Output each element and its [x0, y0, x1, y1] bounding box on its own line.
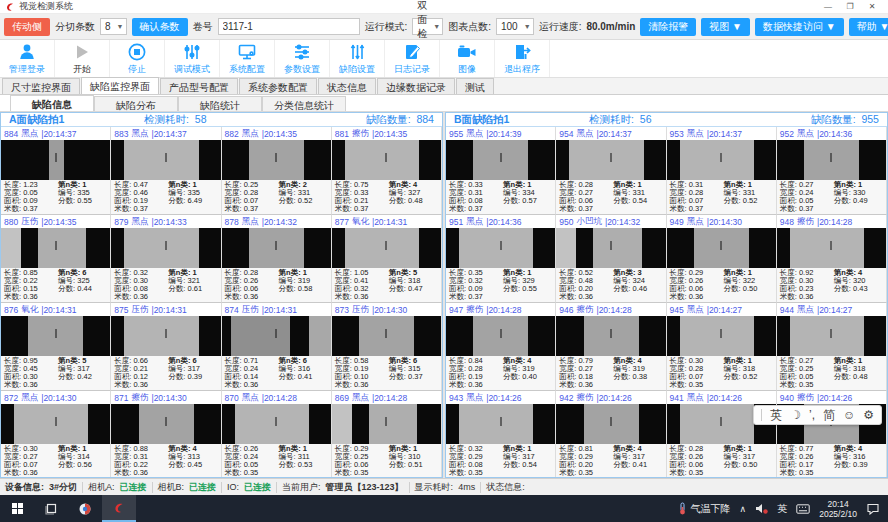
maximize-icon[interactable]: ❐	[839, 2, 861, 11]
defect-image[interactable]	[556, 316, 665, 356]
defect-image[interactable]	[222, 140, 331, 180]
defect-image[interactable]	[446, 404, 555, 444]
defect-image[interactable]	[446, 140, 555, 180]
defect-card[interactable]: 874压伤|20:14:31长度: 0.71宽度: 0.24面积: 0.14米数…	[222, 303, 332, 391]
defect-card[interactable]: 946擦伤|20:14:28长度: 0.79宽度: 0.27面积: 0.18米数…	[556, 303, 666, 391]
defect-image[interactable]	[332, 404, 441, 444]
ime-english-toggle[interactable]: 英	[770, 407, 782, 424]
defect-card[interactable]: 878黑点|20:14:32长度: 0.28宽度: 0.26面积: 0.06米数…	[222, 215, 332, 303]
subtab-defect-distribution[interactable]: 缺陷分布	[94, 96, 178, 111]
defect-image[interactable]	[222, 316, 331, 356]
defect-image[interactable]	[111, 228, 220, 268]
defect-card[interactable]: 884黑点|20:14:37长度: 1.23宽度: 0.05面积: 0.09米数…	[1, 127, 111, 215]
moon-icon[interactable]: ☽	[790, 408, 801, 422]
defect-card[interactable]: 955黑点|20:14:39长度: 0.33宽度: 0.31面积: 0.08米数…	[446, 127, 556, 215]
defect-card[interactable]: 941黑点|20:14:26长度: 0.28宽度: 0.26面积: 0.06米数…	[667, 391, 777, 477]
defect-card[interactable]: 953黑点|20:14:37长度: 0.31宽度: 0.28面积: 0.07米数…	[667, 127, 777, 215]
defect-card[interactable]: 952黑点|20:14:36长度: 0.27宽度: 0.24面积: 0.05米数…	[777, 127, 887, 215]
keyboard-icon[interactable]	[796, 504, 810, 514]
coil-number-input[interactable]	[218, 18, 360, 35]
tab-system-param-config[interactable]: 系统参数配置	[239, 78, 317, 94]
defect-card[interactable]: 870黑点|20:14:28长度: 0.26宽度: 0.24面积: 0.05米数…	[222, 391, 332, 477]
defect-card[interactable]: 882黑点|20:14:35长度: 0.25宽度: 0.28面积: 0.07米数…	[222, 127, 332, 215]
system-config-button[interactable]: 系统配置	[220, 40, 275, 77]
defect-image[interactable]	[667, 140, 776, 180]
confirm-strips-button[interactable]: 确认条数	[132, 18, 188, 36]
defect-settings-button[interactable]: 缺陷设置	[330, 40, 385, 77]
defect-image[interactable]	[222, 228, 331, 268]
defect-image[interactable]	[1, 404, 110, 444]
taskbar-clock[interactable]: 20:14 2025/2/10	[819, 499, 857, 519]
drive-side-button[interactable]: 传动侧	[4, 18, 50, 36]
defect-image[interactable]	[1, 228, 110, 268]
defect-card[interactable]: 877氧化|20:14:31长度: 1.05宽度: 0.41面积: 0.32米数…	[332, 215, 442, 303]
defect-card[interactable]: 883黑点|20:14:37长度: 0.47宽度: 0.46面积: 0.19米数…	[111, 127, 221, 215]
defect-card[interactable]: 940擦伤|20:14:26长度: 0.77宽度: 0.26面积: 0.17米数…	[777, 391, 887, 477]
defect-card[interactable]: 872黑点|20:14:30长度: 0.30宽度: 0.27面积: 0.07米数…	[1, 391, 111, 477]
defect-image[interactable]	[222, 404, 331, 444]
defect-card[interactable]: 944黑点|20:14:27长度: 0.27宽度: 0.25面积: 0.05米数…	[777, 303, 887, 391]
tab-test[interactable]: 测试	[456, 78, 494, 94]
defect-card[interactable]: 945黑点|20:14:27长度: 0.30宽度: 0.28面积: 0.07米数…	[667, 303, 777, 391]
defect-card[interactable]: 881擦伤|20:14:35长度: 0.75宽度: 0.33面积: 0.21米数…	[332, 127, 442, 215]
tab-product-model-config[interactable]: 产品型号配置	[160, 78, 238, 94]
defect-card[interactable]: 951黑点|20:14:36长度: 0.35宽度: 0.32面积: 0.09米数…	[446, 215, 556, 303]
ime-drag-handle[interactable]	[761, 409, 762, 421]
defect-image[interactable]	[1, 316, 110, 356]
defect-image[interactable]	[111, 140, 220, 180]
tab-status-info[interactable]: 状态信息	[318, 78, 376, 94]
task-view-button[interactable]	[34, 495, 68, 522]
defect-card[interactable]: 871擦伤|20:14:30长度: 0.88宽度: 0.31面积: 0.22米数…	[111, 391, 221, 477]
defect-card[interactable]: 950小凹坑|20:14:32长度: 0.52宽度: 0.48面积: 0.20米…	[556, 215, 666, 303]
run-mode-select[interactable]: 双面检测▼	[412, 18, 443, 35]
defect-image[interactable]	[332, 228, 441, 268]
weather-widget[interactable]: 气温下降	[678, 502, 731, 516]
log-record-button[interactable]: 日志记录	[385, 40, 440, 77]
stop-button[interactable]: 停止	[110, 40, 165, 77]
view-menu-button[interactable]: 视图 ▼	[701, 18, 750, 36]
defect-image[interactable]	[777, 316, 886, 356]
volume-icon[interactable]	[755, 503, 768, 514]
defect-image[interactable]	[777, 228, 886, 268]
defect-image[interactable]	[111, 316, 220, 356]
strip-count-select[interactable]: 8▼	[100, 18, 127, 35]
defect-image[interactable]	[667, 228, 776, 268]
exit-program-button[interactable]: 退出程序	[495, 40, 550, 77]
defect-card[interactable]: 875压伤|20:14:31长度: 0.66宽度: 0.21面积: 0.12米数…	[111, 303, 221, 391]
defect-image[interactable]	[556, 228, 665, 268]
emoji-icon[interactable]: ☺	[843, 408, 855, 422]
subtab-defect-statistics[interactable]: 缺陷统计	[178, 96, 262, 111]
notification-center-icon[interactable]	[866, 503, 880, 515]
image-button[interactable]: 图像	[440, 40, 495, 77]
taskbar-app-vision-system[interactable]	[102, 495, 136, 522]
gear-icon[interactable]: ⚙	[863, 408, 874, 422]
start-button[interactable]: 开始	[55, 40, 110, 77]
subtab-class-info-statistics[interactable]: 分类信息统计	[262, 96, 346, 111]
defect-image[interactable]	[1, 140, 110, 180]
defect-card[interactable]: 942擦伤|20:14:26长度: 0.81宽度: 0.29面积: 0.20米数…	[556, 391, 666, 477]
defect-card[interactable]: 943黑点|20:14:26长度: 0.32宽度: 0.29面积: 0.08米数…	[446, 391, 556, 477]
taskbar-app-browser[interactable]	[68, 495, 102, 522]
defect-card[interactable]: 880压伤|20:14:35长度: 0.85宽度: 0.22面积: 0.15米数…	[1, 215, 111, 303]
minimize-icon[interactable]: —	[817, 2, 839, 11]
admin-login-button[interactable]: 管理登录	[0, 40, 55, 77]
defect-image[interactable]	[332, 140, 441, 180]
close-icon[interactable]: ✕	[861, 2, 883, 11]
defect-card[interactable]: 947擦伤|20:14:28长度: 0.84宽度: 0.28面积: 0.19米数…	[446, 303, 556, 391]
debug-mode-button[interactable]: 调试模式	[165, 40, 220, 77]
clear-alarm-button[interactable]: 清除报警	[640, 18, 696, 36]
subtab-defect-info[interactable]: 缺陷信息	[10, 95, 94, 111]
defect-image[interactable]	[111, 404, 220, 444]
defect-card[interactable]: 949黑点|20:14:30长度: 0.29宽度: 0.26面积: 0.06米数…	[667, 215, 777, 303]
defect-card[interactable]: 876氧化|20:14:31长度: 0.95宽度: 0.45面积: 0.30米数…	[1, 303, 111, 391]
parameter-settings-button[interactable]: 参数设置	[275, 40, 330, 77]
start-menu-button[interactable]	[0, 495, 34, 522]
defect-card[interactable]: 879黑点|20:14:33长度: 0.32宽度: 0.30面积: 0.08米数…	[111, 215, 221, 303]
input-language-indicator[interactable]: 英	[777, 502, 787, 516]
tab-defect-monitor[interactable]: 缺陷监控界面	[81, 77, 159, 94]
defect-card[interactable]: 869黑点|20:14:28长度: 0.29宽度: 0.25面积: 0.06米数…	[332, 391, 442, 477]
defect-card[interactable]: 954黑点|20:14:37长度: 0.28宽度: 0.27面积: 0.06米数…	[556, 127, 666, 215]
tab-size-monitor[interactable]: 尺寸监控界面	[2, 78, 80, 94]
defect-image[interactable]	[446, 316, 555, 356]
ime-simplified-toggle[interactable]: 简	[823, 407, 835, 424]
